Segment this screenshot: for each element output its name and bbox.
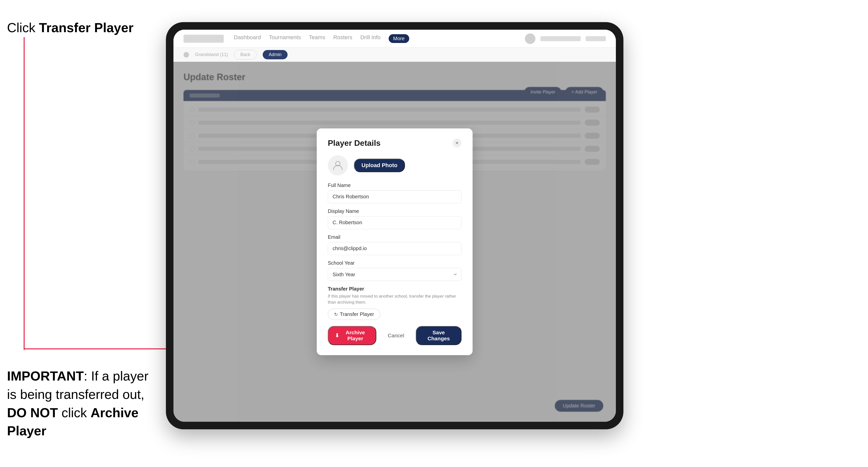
photo-section: Upload Photo — [328, 155, 462, 176]
save-changes-button[interactable]: Save Changes — [416, 326, 462, 345]
cancel-button[interactable]: Cancel — [381, 330, 411, 342]
archive-icon: ⬇ — [335, 333, 339, 339]
main-area: Update Roster Invite Player + Add Player — [174, 62, 616, 422]
nav-item-rosters[interactable]: Rosters — [333, 34, 352, 43]
sub-nav-dot — [184, 52, 189, 58]
email-input[interactable] — [328, 242, 462, 255]
display-name-input[interactable] — [328, 216, 462, 229]
tablet-screen: Dashboard Tournaments Teams Rosters Dril… — [174, 30, 616, 422]
person-icon — [333, 160, 343, 171]
nav-logo — [184, 35, 224, 43]
transfer-icon: ↻ — [334, 312, 338, 317]
transfer-label: Transfer Player — [328, 286, 462, 292]
transfer-description: If this player has moved to another scho… — [328, 293, 462, 305]
tablet-device: Dashboard Tournaments Teams Rosters Dril… — [166, 22, 623, 429]
nav-item-teams[interactable]: Teams — [309, 34, 325, 43]
photo-circle — [328, 155, 348, 176]
annotation-bold: Transfer Player — [39, 20, 133, 35]
modal-overlay: Player Details × — [174, 62, 616, 422]
nav-item-drillinfo[interactable]: Drill Info — [360, 34, 380, 43]
nav-item-tournaments[interactable]: Tournaments — [269, 34, 301, 43]
full-name-group: Full Name — [328, 183, 462, 203]
full-name-label: Full Name — [328, 183, 462, 188]
school-year-label: School Year — [328, 260, 462, 266]
nav-item-more[interactable]: More — [389, 34, 409, 43]
app-content: Dashboard Tournaments Teams Rosters Dril… — [174, 30, 616, 422]
transfer-section: Transfer Player If this player has moved… — [328, 286, 462, 320]
nav-item-dashboard[interactable]: Dashboard — [234, 34, 261, 43]
close-icon: × — [456, 140, 459, 146]
nav-items: Dashboard Tournaments Teams Rosters Dril… — [234, 34, 515, 43]
modal-title: Player Details — [328, 138, 380, 148]
school-year-select[interactable]: Sixth Year Fifth Year Fourth Year Third … — [328, 268, 462, 281]
sub-nav-section: Grandstand (11) — [195, 52, 228, 57]
annotation-top: Click Transfer Player — [7, 20, 133, 35]
player-details-modal: Player Details × — [317, 128, 473, 355]
transfer-player-button[interactable]: ↻ Transfer Player — [328, 309, 380, 320]
display-name-group: Display Name — [328, 208, 462, 229]
archive-player-button[interactable]: ⬇ Archive Player — [328, 326, 376, 345]
annotation-bottom: IMPORTANT: If a player is being transfer… — [7, 367, 153, 440]
modal-header: Player Details × — [328, 138, 462, 148]
annotation-prefix: Click — [7, 20, 39, 35]
school-year-group: School Year Sixth Year Fifth Year Fourth… — [328, 260, 462, 281]
nav-extra — [586, 36, 606, 41]
sub-nav-back-btn[interactable]: Back — [234, 50, 257, 60]
top-nav: Dashboard Tournaments Teams Rosters Dril… — [174, 30, 616, 48]
arrow-vertical-line — [24, 37, 25, 350]
transfer-btn-label: Transfer Player — [340, 311, 374, 317]
nav-user-text — [540, 36, 581, 41]
email-label: Email — [328, 234, 462, 240]
modal-footer: ⬇ Archive Player Cancel Save Changes — [328, 326, 462, 345]
modal-close-button[interactable]: × — [453, 138, 462, 148]
display-name-label: Display Name — [328, 208, 462, 214]
sub-nav-admin-btn[interactable]: Admin — [263, 50, 287, 59]
email-group: Email — [328, 234, 462, 255]
archive-label: Archive Player — [341, 330, 369, 342]
nav-right — [525, 33, 606, 44]
upload-photo-button[interactable]: Upload Photo — [354, 159, 405, 172]
sub-nav: Grandstand (11) Back Admin — [174, 48, 616, 62]
nav-avatar — [525, 33, 535, 44]
full-name-input[interactable] — [328, 190, 462, 203]
